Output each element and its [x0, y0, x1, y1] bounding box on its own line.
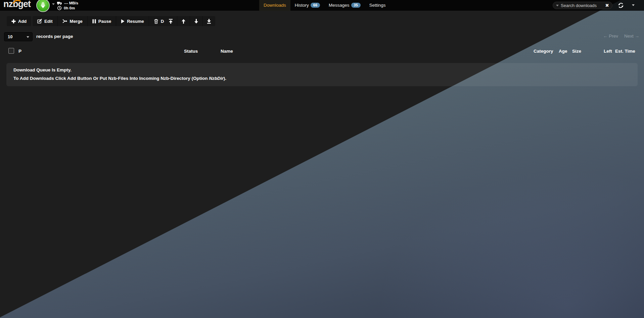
records-per-page-label: records per page [36, 34, 73, 39]
merge-icon [62, 19, 67, 23]
download-arrow-icon [40, 2, 46, 9]
time-value: 0h 0m [64, 6, 75, 10]
tab-history[interactable]: History66 [290, 0, 324, 11]
pagination: ← Prev Next → [603, 34, 639, 39]
instructions-text: To Add Downloads Click Add Button Or Put… [13, 76, 209, 81]
speed-indicator[interactable]: --- MB/s [57, 1, 78, 5]
column-left: Left [604, 49, 612, 54]
queue-toolbar: Add Edit Merge Pause [0, 16, 644, 26]
speed-value: --- MB/s [64, 1, 78, 5]
merge-button[interactable]: Merge [57, 16, 87, 26]
refresh-menu-caret-icon[interactable] [632, 4, 635, 7]
tab-settings[interactable]: Settings [365, 0, 390, 11]
search-box: ✖ [553, 2, 612, 9]
arrow-up-icon [181, 19, 186, 24]
pause-button[interactable]: Pause [87, 16, 116, 26]
truck-icon [57, 1, 62, 5]
edit-icon [37, 19, 42, 23]
column-status: Status [184, 49, 198, 54]
records-per-page-select[interactable]: 10 [4, 32, 33, 41]
merge-button-label: Merge [70, 19, 83, 24]
move-up-button[interactable] [177, 16, 190, 26]
plus-icon [11, 19, 16, 23]
top-navbar: nzbget --- MB/s [0, 0, 644, 11]
move-to-top-button[interactable] [164, 16, 177, 26]
pause-button-label: Pause [98, 19, 111, 24]
search-options-caret-icon[interactable] [556, 5, 559, 8]
time-indicator[interactable]: 0h 0m [57, 6, 78, 10]
edit-button[interactable]: Edit [33, 16, 57, 26]
arrow-to-bottom-icon [207, 19, 211, 24]
select-caret-icon [27, 36, 29, 39]
history-count-badge: 66 [311, 3, 320, 8]
edit-button-label: Edit [44, 19, 53, 24]
empty-queue-instructions: To Add Downloads Click Add Button Or Put… [13, 76, 631, 81]
tab-downloads[interactable]: Downloads [259, 0, 290, 11]
column-size: Size [572, 49, 581, 54]
column-est-time: Est. Time [615, 49, 635, 54]
main-tabs: Downloads History66 Messages35 Settings [259, 0, 390, 11]
tab-downloads-label: Downloads [264, 3, 286, 8]
records-per-page-value: 10 [8, 34, 12, 39]
tab-history-label: History [295, 3, 309, 8]
empty-queue-title: Download Queue Is Empty. [13, 67, 631, 72]
move-actions-group [164, 16, 215, 26]
prev-page-link[interactable]: ← Prev [603, 34, 618, 39]
column-priority: P [18, 49, 21, 54]
search-clear-icon[interactable]: ✖ [605, 3, 609, 8]
records-pagination-row: 10 records per page ← Prev Next → [0, 32, 644, 41]
column-age: Age [559, 49, 567, 54]
select-all-checkbox[interactable] [8, 48, 14, 54]
arrow-down-icon [194, 19, 198, 24]
refresh-icon [618, 2, 624, 8]
play-icon [121, 19, 125, 23]
move-down-button[interactable] [190, 16, 202, 26]
queue-table-header: P Status Name Category Age Size Left Est… [0, 46, 644, 56]
instructions-text-end: ). [224, 76, 226, 81]
add-button[interactable]: Add [7, 16, 31, 26]
search-input[interactable] [561, 3, 603, 8]
pause-icon [92, 19, 96, 23]
tab-messages-label: Messages [329, 3, 350, 8]
play-pause-all-button[interactable] [36, 0, 50, 12]
column-name: Name [221, 49, 233, 54]
play-menu-caret-icon[interactable] [52, 3, 55, 6]
edit-actions-group: Edit Merge Pause Resume [33, 16, 179, 26]
option-name-text: NzbDir [209, 76, 224, 81]
status-stats: --- MB/s 0h 0m [57, 1, 78, 11]
messages-count-badge: 35 [351, 3, 361, 8]
resume-button-label: Resume [127, 19, 144, 24]
column-category: Category [534, 49, 553, 54]
trash-icon [154, 19, 158, 24]
next-page-link[interactable]: Next → [624, 34, 639, 39]
refresh-button[interactable] [618, 2, 624, 8]
empty-queue-message-box: Download Queue Is Empty. To Add Download… [6, 63, 638, 86]
tab-settings-label: Settings [369, 3, 386, 8]
arrow-to-top-icon [169, 19, 173, 24]
clock-icon [57, 6, 62, 10]
add-button-label: Add [18, 19, 27, 24]
resume-button[interactable]: Resume [116, 16, 149, 26]
tab-messages[interactable]: Messages35 [324, 0, 365, 11]
logo-arc-icon [13, 0, 21, 4]
move-to-bottom-button[interactable] [202, 16, 215, 26]
